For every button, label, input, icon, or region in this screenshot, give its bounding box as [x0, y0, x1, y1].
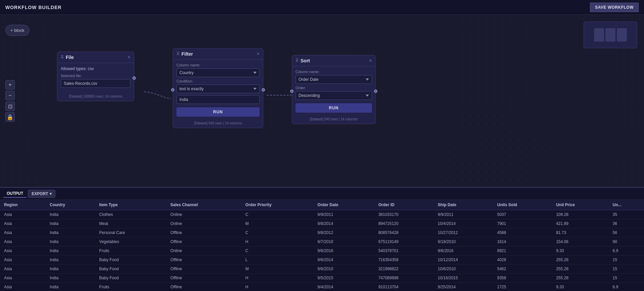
table-cell: Asia [0, 283, 46, 291]
table-cell: 4588 [493, 228, 552, 237]
filter-node-title-group: ⠿ Filter [176, 51, 193, 57]
table-cell: Asia [0, 210, 46, 219]
table-cell: India [46, 274, 95, 283]
fit-screen-button[interactable]: ⊡ [5, 102, 15, 111]
file-selected-input[interactable] [61, 79, 130, 88]
table-cell: Offline [166, 255, 241, 265]
table-cell: 154.06 [552, 237, 609, 246]
table-cell: 56 [609, 228, 644, 237]
col-units-sold: Units Sold [493, 200, 552, 210]
table-cell: 9.33 [552, 246, 609, 255]
table-body: AsiaIndiaClothesOnlineC9/9/2011381033170… [0, 210, 644, 291]
filter-condition-select[interactable]: text is exactly [176, 84, 260, 93]
output-tab[interactable]: OUTPUT [3, 190, 26, 198]
app-title: WORKFLOW BUILDER [5, 5, 62, 10]
fit-screen-icon: ⊡ [8, 103, 12, 110]
table-row: AsiaIndiaVegetablesOfflineH9/7/201067511… [0, 237, 644, 246]
file-node-title: File [66, 55, 74, 60]
table-cell: Offline [166, 265, 241, 274]
table-cell: 9/8/2012 [314, 228, 374, 237]
table-cell: 9/6/2016 [434, 246, 493, 255]
table-cell: 9.33 [552, 283, 609, 291]
file-node-title-group: ⠿ File [61, 55, 74, 60]
sort-column-select[interactable]: Order Date [296, 75, 372, 84]
sort-node-close-button[interactable]: × [369, 58, 372, 63]
sort-drag-icon: ⠿ [296, 58, 299, 63]
col-item-type: Item Type [95, 200, 166, 210]
canvas-area: + block + − ⊡ 🔒 ⠿ File × Allowe [0, 15, 644, 187]
table-cell: 540378701 [374, 246, 434, 255]
table-cell: 255.28 [552, 274, 609, 283]
table-cell: Meat [95, 219, 166, 228]
lock-button[interactable]: 🔒 [5, 112, 15, 122]
table-cell: India [46, 246, 95, 255]
table-cell: India [46, 210, 95, 219]
table-cell: 36 [609, 219, 644, 228]
file-node-close-button[interactable]: × [127, 55, 130, 60]
data-table-container[interactable]: Region Country Item Type Sales Channel O… [0, 200, 644, 291]
filter-column-select[interactable]: Country [176, 68, 260, 77]
filter-node-header: ⠿ Filter × [173, 49, 263, 60]
table-cell: 10/4/2014 [434, 219, 493, 228]
file-node: ⠿ File × Allowed types: csv Selected fil… [57, 52, 134, 101]
sort-node-title: Sort [301, 58, 310, 63]
table-cell: L [241, 255, 314, 265]
table-cell: Fruits [95, 283, 166, 291]
sort-node-footer: [Dataset] 540 rows | 14 columns [292, 116, 375, 124]
filter-condition-label: Condition: [176, 79, 260, 83]
table-cell: C [241, 246, 314, 255]
sort-column-label: Column name: [296, 70, 372, 74]
filter-node: ⠿ Filter × Column name: Country Conditio… [173, 48, 263, 128]
canvas-controls: + − ⊡ 🔒 [5, 80, 15, 122]
export-label: EXPORT [32, 191, 48, 196]
table-cell: M [241, 219, 314, 228]
filter-drag-icon: ⠿ [176, 52, 179, 56]
file-node-header: ⠿ File × [57, 52, 134, 63]
sort-run-button[interactable]: RUN [296, 103, 372, 113]
drag-icon: ⠿ [61, 55, 64, 60]
table-cell: Offline [166, 237, 241, 246]
table-header: Region Country Item Type Sales Channel O… [0, 200, 644, 210]
mini-block-2 [605, 28, 615, 42]
save-workflow-button[interactable]: SAVE WORKFLOW [590, 3, 639, 12]
table-cell: 9/5/2015 [314, 274, 374, 283]
zoom-out-button[interactable]: − [5, 91, 15, 100]
table-cell: Baby Food [95, 265, 166, 274]
filter-node-close-button[interactable]: × [257, 51, 260, 57]
filter-value-input[interactable] [176, 95, 260, 104]
file-selected-label: Selected file: [61, 74, 130, 78]
col-region: Region [0, 200, 46, 210]
table-cell: 9/6/2010 [314, 265, 374, 274]
file-output-port [132, 76, 136, 80]
table-cell: 4028 [493, 255, 552, 265]
table-row: AsiaIndiaMeatOnlineM9/8/201489472512010/… [0, 219, 644, 228]
zoom-in-button[interactable]: + [5, 80, 15, 90]
lock-icon: 🔒 [7, 114, 13, 120]
table-cell: Asia [0, 255, 46, 265]
mini-block-1 [594, 28, 604, 42]
table-row: AsiaIndiaFruitsOnlineC9/6/20165403787019… [0, 246, 644, 255]
sort-order-select[interactable]: Descending [296, 91, 372, 100]
filter-node-body: Column name: Country Condition: text is … [173, 60, 263, 120]
table-cell: Asia [0, 228, 46, 237]
filter-output-port [262, 88, 265, 92]
bottom-tabs: OUTPUT EXPORT ▾ [0, 188, 644, 200]
table-cell: 716354358 [374, 255, 434, 265]
table-cell: Asia [0, 246, 46, 255]
sort-node: ⠿ Sort × Column name: Order Date Order: … [292, 55, 376, 124]
filter-run-button[interactable]: RUN [176, 107, 260, 117]
col-unit-price: Unit Price [552, 200, 609, 210]
add-block-button[interactable]: + block [5, 25, 30, 36]
sort-node-header: ⠿ Sort × [292, 55, 375, 66]
zoom-in-icon: + [8, 82, 11, 88]
table-cell: 15 [609, 274, 644, 283]
table-cell: Clothes [95, 210, 166, 219]
table-cell: Baby Food [95, 255, 166, 265]
table-cell: Fruits [95, 246, 166, 255]
table-cell: Asia [0, 274, 46, 283]
export-button[interactable]: EXPORT ▾ [28, 190, 55, 198]
table-cell: 10/27/2012 [434, 228, 493, 237]
table-cell: M [241, 265, 314, 274]
table-cell: 255.28 [552, 255, 609, 265]
table-cell: 35 [609, 210, 644, 219]
